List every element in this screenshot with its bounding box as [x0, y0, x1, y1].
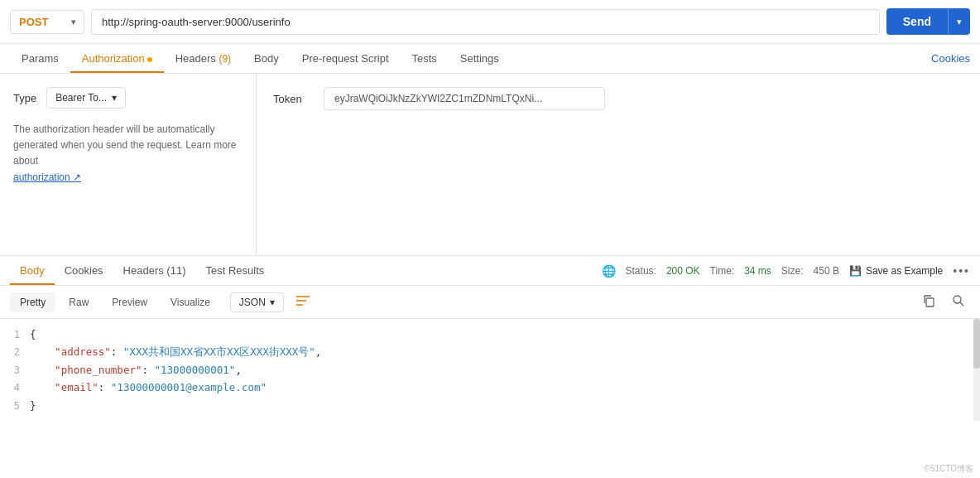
copy-icon[interactable] — [917, 291, 940, 313]
tab-tests[interactable]: Tests — [401, 44, 449, 73]
bearer-type-select[interactable]: Bearer To... ▾ — [46, 87, 126, 109]
format-tab-preview[interactable]: Preview — [102, 292, 157, 312]
send-btn-container: Send ▾ — [886, 8, 970, 35]
body-format-toolbar: Pretty Raw Preview Visualize JSON ▾ — [0, 286, 980, 319]
bearer-label: Bearer To... — [55, 92, 107, 104]
code-line-3: 3 "phone_number": "13000000001", — [0, 361, 980, 379]
tab-settings[interactable]: Settings — [449, 44, 511, 73]
tab-authorization[interactable]: Authorization — [70, 44, 164, 73]
save-icon: 💾 — [849, 265, 862, 277]
response-tab-cookies[interactable]: Cookies — [55, 256, 113, 285]
svg-line-5 — [960, 302, 963, 306]
tab-params[interactable]: Params — [10, 44, 70, 73]
type-row: Type Bearer To... ▾ — [13, 87, 243, 109]
code-line-2: 2 "address": "XXX共和国XX省XX市XX区XXX街XXX号", — [0, 343, 980, 360]
auth-right-panel: Token — [257, 74, 980, 255]
cookies-link[interactable]: Cookies — [931, 52, 970, 65]
response-tab-testresults[interactable]: Test Results — [195, 256, 274, 285]
time-label: Time: — [710, 265, 735, 277]
tab-headers[interactable]: Headers (9) — [164, 44, 243, 73]
scrollbar-track[interactable] — [973, 319, 980, 421]
token-row: Token — [273, 87, 963, 110]
filter-icon[interactable] — [291, 292, 315, 312]
code-line-5: 5 } — [0, 397, 980, 414]
url-bar: POST ▾ Send ▾ — [0, 0, 980, 44]
auth-description: The authorization header will be automat… — [13, 122, 243, 186]
method-select[interactable]: POST ▾ — [10, 10, 84, 34]
response-tab-headers[interactable]: Headers (11) — [113, 256, 196, 285]
code-line-4: 4 "email": "13000000001@example.com" — [0, 379, 980, 396]
time-value: 34 ms — [744, 265, 771, 277]
method-label: POST — [19, 16, 48, 28]
tab-body[interactable]: Body — [243, 44, 291, 73]
globe-icon[interactable]: 🌐 — [602, 264, 616, 278]
scrollbar-thumb[interactable] — [973, 319, 980, 369]
format-tab-raw[interactable]: Raw — [59, 292, 98, 312]
auth-left-panel: Type Bearer To... ▾ The authorization he… — [0, 74, 257, 255]
code-wrapper: 1 { 2 "address": "XXX共和国XX省XX市XX区XXX街XXX… — [0, 319, 980, 421]
response-body-code: 1 { 2 "address": "XXX共和国XX省XX市XX区XXX街XXX… — [0, 319, 980, 421]
size-label: Size: — [781, 265, 804, 277]
auth-panel: Type Bearer To... ▾ The authorization he… — [0, 74, 980, 256]
format-tab-visualize[interactable]: Visualize — [161, 292, 220, 312]
search-icon[interactable] — [947, 291, 970, 313]
tab-prerequest[interactable]: Pre-request Script — [291, 44, 401, 73]
size-value: 450 B — [814, 265, 839, 277]
format-tab-pretty[interactable]: Pretty — [10, 292, 55, 312]
auth-link[interactable]: authorization ↗ — [13, 171, 81, 183]
token-input[interactable] — [324, 87, 605, 110]
send-dropdown-button[interactable]: ▾ — [948, 8, 970, 35]
active-dot — [147, 57, 152, 62]
url-input[interactable] — [91, 9, 880, 35]
more-options-button[interactable]: ••• — [953, 264, 970, 278]
headers-badge: (9) — [219, 53, 231, 65]
request-tabs-bar: Params Authorization Headers (9) Body Pr… — [0, 44, 980, 74]
response-tab-body[interactable]: Body — [10, 256, 55, 285]
type-label: Type — [13, 92, 36, 104]
chevron-down-icon: ▾ — [270, 297, 275, 308]
svg-point-4 — [954, 296, 961, 303]
response-tabs-bar: Body Cookies Headers (11) Test Results 🌐… — [0, 256, 980, 286]
watermark: ©51CTO博客 — [925, 463, 973, 475]
response-headers-badge: (11) — [166, 264, 185, 277]
status-label: Status: — [626, 265, 656, 277]
status-value: 200 OK — [666, 265, 700, 277]
token-label: Token — [273, 93, 310, 105]
json-format-select[interactable]: JSON ▾ — [230, 292, 284, 312]
save-as-example-button[interactable]: 💾 Save as Example — [849, 265, 943, 277]
send-button[interactable]: Send — [886, 8, 948, 35]
chevron-down-icon: ▾ — [112, 92, 117, 104]
response-area: Body Cookies Headers (11) Test Results 🌐… — [0, 256, 980, 421]
svg-rect-3 — [926, 298, 934, 307]
chevron-down-icon: ▾ — [71, 17, 75, 27]
response-meta: 🌐 Status: 200 OK Time: 34 ms Size: 450 B… — [602, 264, 970, 278]
code-line-1: 1 { — [0, 326, 980, 343]
